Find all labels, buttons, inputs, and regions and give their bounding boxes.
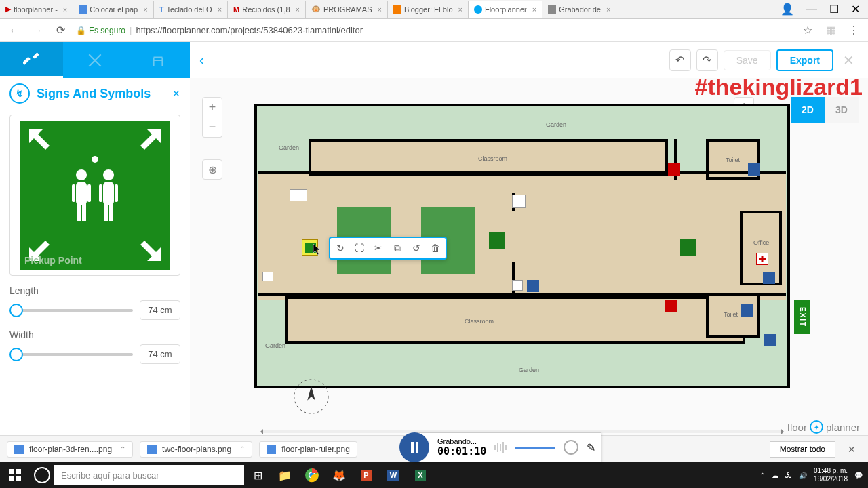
- length-value[interactable]: 74 cm: [140, 300, 180, 320]
- forward-icon[interactable]: →: [30, 24, 45, 37]
- delete-icon[interactable]: 🗑: [428, 241, 443, 256]
- notifications-icon[interactable]: 💬: [854, 472, 863, 479]
- fire-ext-icon[interactable]: [668, 163, 680, 176]
- door-icon[interactable]: [290, 189, 307, 201]
- zoom-out-icon[interactable]: −: [202, 117, 222, 138]
- back-icon[interactable]: ←: [7, 24, 22, 37]
- first-aid-icon[interactable]: [756, 253, 768, 265]
- tab-4[interactable]: 🐵PROGRAMAS×: [306, 1, 388, 18]
- undo-icon[interactable]: ↶: [669, 49, 691, 71]
- info-icon[interactable]: [763, 272, 775, 284]
- save-button[interactable]: Save: [724, 50, 771, 70]
- tab-7[interactable]: Grabador de×: [542, 1, 616, 18]
- redo-icon[interactable]: ↷: [696, 49, 718, 71]
- svg-rect-4: [72, 184, 75, 202]
- close-icon[interactable]: ×: [606, 5, 610, 14]
- webcam-toggle-icon[interactable]: [564, 440, 578, 455]
- file-explorer-icon[interactable]: 📁: [271, 462, 298, 488]
- close-icon[interactable]: ×: [378, 5, 382, 14]
- assembly-sign-icon[interactable]: [680, 239, 696, 256]
- start-button[interactable]: [0, 462, 30, 488]
- volume-slider[interactable]: [515, 447, 555, 449]
- chevron-up-icon[interactable]: ⌃: [239, 445, 245, 453]
- fire-ext-icon[interactable]: [665, 300, 677, 312]
- recenter-icon[interactable]: ⊕: [202, 159, 222, 180]
- chevron-up-icon[interactable]: ⌃: [120, 445, 125, 453]
- network-icon[interactable]: 🖧: [785, 472, 792, 479]
- resize-icon[interactable]: ⛶: [352, 241, 367, 256]
- tab-6[interactable]: Floorplanner×: [469, 1, 542, 18]
- restroom-icon[interactable]: [741, 304, 753, 317]
- close-icon[interactable]: ✕: [839, 52, 859, 68]
- rotate-icon[interactable]: ↻: [333, 241, 348, 256]
- onedrive-icon[interactable]: ☁: [772, 472, 778, 479]
- decorate-tab[interactable]: [63, 42, 126, 78]
- user-icon[interactable]: 👤: [781, 3, 794, 16]
- close-icon[interactable]: ✕: [172, 88, 180, 99]
- length-slider[interactable]: [9, 309, 133, 312]
- download-item[interactable]: two-floor-plans.png⌃: [140, 441, 252, 458]
- chevron-up-icon[interactable]: ⌃: [760, 472, 765, 479]
- close-icon[interactable]: ×: [458, 5, 462, 14]
- close-icon[interactable]: ✕: [842, 444, 861, 455]
- tab-3[interactable]: MRecibidos (1,8×: [228, 1, 306, 18]
- restroom-icon[interactable]: [748, 163, 760, 176]
- assembly-sign-icon[interactable]: [489, 232, 505, 249]
- url-input[interactable]: 🔒 Es seguro | https://floorplanner.com/p…: [76, 25, 792, 35]
- volume-icon[interactable]: 🔊: [799, 472, 807, 479]
- excel-icon[interactable]: X: [407, 462, 434, 488]
- window-icon[interactable]: [512, 195, 526, 208]
- minimize-icon[interactable]: —: [806, 3, 817, 16]
- export-button[interactable]: Export: [776, 49, 833, 71]
- compass-icon[interactable]: [292, 377, 331, 416]
- tab-0[interactable]: ▶floorplanner -×: [0, 1, 73, 18]
- close-icon[interactable]: ×: [296, 5, 300, 14]
- reload-icon[interactable]: ⟳: [53, 24, 68, 37]
- firefox-icon[interactable]: 🦊: [326, 462, 353, 488]
- rotate-left-icon[interactable]: ↺: [409, 241, 424, 256]
- view-3d-button[interactable]: 3D: [825, 97, 859, 123]
- mirror-icon[interactable]: ✂: [371, 241, 386, 256]
- download-item[interactable]: floor-plan-3d-ren....png⌃: [7, 441, 133, 458]
- download-item[interactable]: floor-plan-ruler.png: [259, 441, 357, 458]
- zoom-in-icon[interactable]: +: [202, 97, 222, 117]
- canvas[interactable]: + − ⊕ ⚙ 2D 3D #thekinglizard1: [190, 78, 868, 435]
- system-tray[interactable]: ⌃ ☁ 🖧 🔊 01:48 p. m. 19/02/2018 💬: [760, 467, 868, 483]
- furniture-tab[interactable]: [127, 42, 190, 78]
- edit-icon[interactable]: ✎: [587, 441, 595, 454]
- tab-2[interactable]: TTeclado del O×: [154, 1, 228, 18]
- close-icon[interactable]: ×: [143, 5, 147, 14]
- floor-plan[interactable]: ↻ ⛶ ✂ ⧉ ↺ 🗑 Garden Garden Garden Garden …: [254, 104, 797, 388]
- close-icon[interactable]: ×: [218, 5, 222, 14]
- symbol-preview[interactable]: Pickup Point: [9, 115, 180, 276]
- tab-5[interactable]: Blogger: El blo×: [388, 1, 469, 18]
- close-window-icon[interactable]: ✕: [851, 3, 860, 16]
- cortana-icon[interactable]: [34, 467, 50, 483]
- width-slider[interactable]: [9, 353, 133, 356]
- close-icon[interactable]: ×: [63, 5, 67, 14]
- close-icon[interactable]: ×: [532, 5, 536, 14]
- tab-1[interactable]: Colocar el pap×: [73, 1, 153, 18]
- accessibility-icon[interactable]: [527, 280, 539, 292]
- star-icon[interactable]: ☆: [800, 24, 815, 37]
- clock[interactable]: 01:48 p. m. 19/02/2018: [814, 467, 848, 483]
- task-view-icon[interactable]: ⊞: [244, 462, 271, 488]
- build-tab[interactable]: [0, 42, 63, 78]
- info-icon[interactable]: [764, 334, 776, 346]
- show-all-button[interactable]: Mostrar todo: [770, 441, 835, 458]
- width-value[interactable]: 74 cm: [140, 344, 180, 364]
- pause-button[interactable]: [399, 432, 429, 462]
- menu-icon[interactable]: ⋮: [846, 24, 861, 37]
- powerpoint-icon[interactable]: P: [353, 462, 380, 488]
- copy-icon[interactable]: ⧉: [390, 241, 405, 256]
- panel-back-icon[interactable]: ‹: [199, 52, 218, 68]
- search-input[interactable]: Escribe aquí para buscar: [54, 465, 244, 485]
- maximize-icon[interactable]: ☐: [829, 3, 839, 16]
- exit-sign[interactable]: EXIT: [794, 300, 810, 334]
- window-icon[interactable]: [512, 280, 523, 291]
- chrome-icon[interactable]: [298, 462, 326, 488]
- extension-icon[interactable]: ▦: [823, 24, 838, 37]
- word-icon[interactable]: W: [380, 462, 407, 488]
- selection-toolbar: ↻ ⛶ ✂ ⧉ ↺ 🗑: [329, 237, 447, 260]
- door-icon[interactable]: [262, 272, 273, 281]
